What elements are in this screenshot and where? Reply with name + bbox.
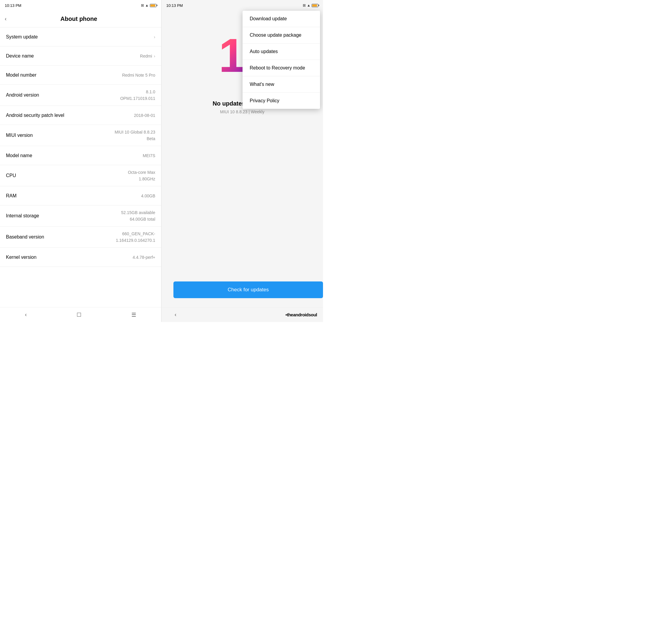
brand-label: ▪theandroidsoul [286,312,317,317]
status-bar-left: 10:13 PM ⊠ ▲ [0,0,161,11]
dropdown-reboot-recovery[interactable]: Reboot to Recovery mode [242,60,320,76]
baseband-item: Baseband version 660_GEN_PACK- 1.164129.… [0,226,161,248]
page-title: About phone [11,15,146,22]
kernel-item: Kernel version 4.4.78-perf+ [0,248,161,267]
model-name-item: Model name MEI7S [0,146,161,165]
cpu-label: CPU [6,173,16,178]
android-version-label: Android version [6,92,39,98]
battery-icon-right [312,4,318,7]
android-version-value: 8.1.0 OPM1.171019.011 [120,89,155,101]
miui-version-label: MIUI version [6,133,33,138]
menu-nav-button[interactable]: ☰ [124,309,143,320]
back-nav-button-right[interactable]: ‹ [168,309,184,320]
android-version-item: Android version 8.1.0 OPM1.171019.011 [0,85,161,106]
kernel-label: Kernel version [6,255,36,260]
notification-icon: ⊠ [141,3,144,7]
cpu-line1: Octa-core Max [128,170,155,175]
ram-value: 4.00GB [141,193,155,198]
kernel-value: 4.4.78-perf+ [133,255,155,260]
baseband-value: 660_GEN_PACK- 1.164129.0.164270.1 [116,232,155,243]
chevron-icon: › [154,34,155,39]
status-bar-right: 10:13 PM ⊠ ▲ [162,0,323,11]
no-updates-subtitle: MIUI 10 8.8.23 | Weekly [168,109,317,114]
cpu-line2: 1.80GHz [139,177,155,181]
storage-item: Internal storage 52.15GB available 64.00… [0,205,161,226]
miui-version-line2: Beta [146,136,155,141]
right-panel: 10:13 PM ⊠ ▲ Download update Choose upda… [162,0,323,322]
dropdown-privacy-policy[interactable]: Privacy Policy [242,93,320,109]
storage-line1: 52.15GB available [121,210,155,215]
dropdown-auto-updates[interactable]: Auto updates [242,43,320,60]
model-name-label: Model name [6,153,32,158]
dropdown-menu: Download update Choose update package Au… [242,11,320,109]
dropdown-whats-new[interactable]: What's new [242,76,320,93]
storage-label: Internal storage [6,213,39,218]
baseband-line2: 1.164129.0.164270.1 [116,238,155,243]
device-name-value: Redmi › [140,54,155,59]
baseband-label: Baseband version [6,234,44,240]
baseband-line1: 660_GEN_PACK- [122,232,155,236]
security-patch-label: Android security patch level [6,113,64,118]
android-version-line1: 8.1.0 [146,89,155,94]
model-number-item: Model number Redmi Note 5 Pro [0,66,161,85]
device-name-label: Device name [6,54,34,59]
back-nav-button[interactable]: ‹ [18,309,34,320]
time-left: 10:13 PM [5,3,21,8]
system-update-label: System update [6,34,38,40]
system-update-item[interactable]: System update › [0,27,161,47]
miui-version-line1: MIUI 10 Global 8.8.23 [115,130,155,134]
status-icons-left: ⊠ ▲ [141,3,156,7]
model-name-value: MEI7S [143,153,155,158]
cpu-item: CPU Octa-core Max 1.80GHz [0,165,161,186]
settings-list: System update › Device name Redmi › Mode… [0,27,161,307]
security-patch-value: 2018-08-01 [134,113,155,118]
model-number-label: Model number [6,73,36,78]
ram-label: RAM [6,193,17,199]
security-patch-item: Android security patch level 2018-08-01 [0,106,161,125]
ram-item: RAM 4.00GB [0,186,161,205]
notification-icon-right: ⊠ [303,3,306,7]
dropdown-download-update[interactable]: Download update [242,11,320,27]
nav-bar-left: ‹ ☐ ☰ [0,307,161,322]
left-panel: 10:13 PM ⊠ ▲ ‹ About phone System update… [0,0,162,322]
check-updates-button[interactable]: Check for updates [174,281,323,298]
wifi-icon-right: ▲ [307,3,311,7]
back-button[interactable]: ‹ [5,16,7,22]
miui-version-value: MIUI 10 Global 8.8.23 Beta [115,130,155,141]
header: ‹ About phone [0,11,161,27]
dropdown-choose-package[interactable]: Choose update package [242,27,320,43]
status-icons-right: ⊠ ▲ [303,3,318,7]
time-right: 10:13 PM [166,3,183,8]
cpu-value: Octa-core Max 1.80GHz [128,170,155,181]
storage-line2: 64.00GB total [130,217,155,221]
nav-bar-right: ‹ ▪theandroidsoul [162,307,323,322]
chevron-icon: › [154,54,155,59]
android-version-line2: OPM1.171019.011 [120,96,155,101]
storage-value: 52.15GB available 64.00GB total [121,210,155,221]
model-number-value: Redmi Note 5 Pro [122,73,155,78]
miui-version-item: MIUI version MIUI 10 Global 8.8.23 Beta [0,125,161,146]
battery-icon [150,4,156,7]
device-name-item[interactable]: Device name Redmi › [0,47,161,66]
home-nav-button[interactable]: ☐ [70,309,89,320]
wifi-icon: ▲ [145,3,149,7]
system-update-chevron: › [154,34,155,39]
